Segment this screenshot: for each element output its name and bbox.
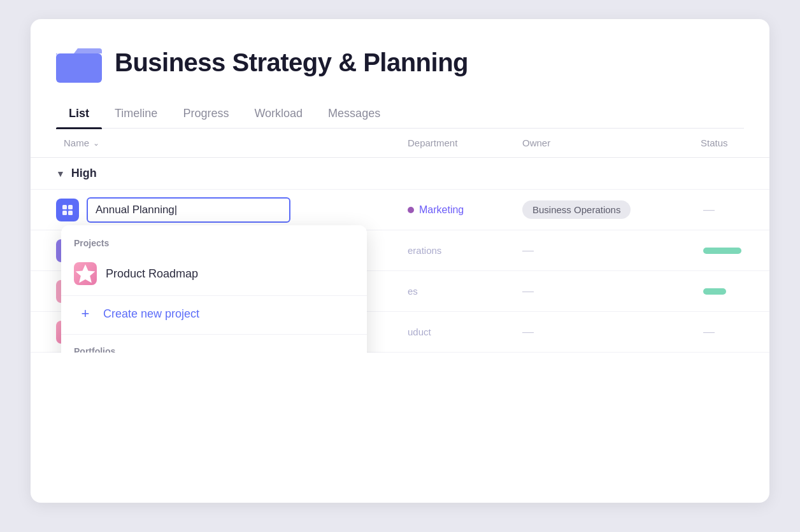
dept-cell: erations [400, 245, 515, 256]
table-header: Name ⌄ Department Owner Status [31, 129, 769, 158]
plus-icon: + [76, 305, 94, 323]
col-status: Status [693, 129, 769, 157]
owner-cell: — [515, 244, 693, 257]
group-high: ▼ High [31, 158, 769, 190]
tab-messages[interactable]: Messages [315, 101, 393, 128]
projects-section-label: Projects [61, 238, 367, 255]
col-department: Department [400, 129, 515, 157]
table: Name ⌄ Department Owner Status ▼ High [31, 129, 769, 353]
create-new-project-button[interactable]: + Create new project [61, 295, 367, 332]
tab-timeline[interactable]: Timeline [102, 101, 170, 128]
col-name: Name ⌄ [56, 129, 400, 157]
svg-rect-4 [68, 211, 73, 215]
status-bar [703, 288, 726, 295]
main-card: Business Strategy & Planning List Timeli… [31, 19, 769, 503]
owner-cell: Business Operations [515, 200, 693, 219]
page-title: Business Strategy & Planning [115, 48, 468, 77]
svg-marker-5 [76, 265, 96, 283]
title-row: Business Strategy & Planning [56, 42, 744, 83]
status-cell [693, 288, 769, 295]
project-dropdown: Projects Product Roadmap + Create new pr… [61, 225, 367, 353]
svg-rect-1 [62, 205, 67, 209]
portfolios-section-label: Portfolios [61, 346, 367, 353]
group-collapse-icon[interactable]: ▼ [56, 169, 65, 179]
tabs-nav: List Timeline Progress Workload Messages [56, 101, 744, 129]
tab-workload[interactable]: Workload [241, 101, 315, 128]
dropdown-item-label: Product Roadmap [106, 267, 198, 281]
table-row: Marketing Business Operations — Projects… [31, 190, 769, 230]
task-name-cell [56, 191, 400, 229]
divider [61, 334, 367, 335]
tab-progress[interactable]: Progress [170, 101, 241, 128]
status-cell [693, 248, 769, 254]
dept-cell: es [400, 286, 515, 297]
folder-icon [56, 42, 102, 83]
dropdown-item-product-roadmap[interactable]: Product Roadmap [61, 255, 367, 293]
owner-cell: — [515, 325, 693, 339]
svg-rect-2 [68, 205, 73, 209]
dept-cell: uduct [400, 326, 515, 337]
task-name-input[interactable] [87, 197, 290, 223]
portfolios-section: Portfolios GTM Strategy [61, 337, 367, 353]
status-bar [703, 248, 741, 254]
status-cell: — [693, 203, 769, 216]
task-icon-blue [56, 199, 79, 221]
create-project-label: Create new project [103, 307, 199, 321]
col-owner: Owner [515, 129, 693, 157]
dept-dot-icon [408, 207, 414, 213]
chevron-down-icon: ⌄ [93, 139, 99, 148]
header: Business Strategy & Planning List Timeli… [31, 19, 769, 129]
svg-rect-3 [62, 211, 67, 215]
tab-list[interactable]: List [56, 101, 102, 128]
status-cell: — [693, 325, 769, 339]
dept-cell: Marketing [400, 204, 515, 216]
svg-rect-0 [56, 53, 102, 83]
star-pink-icon [74, 262, 97, 285]
owner-cell: — [515, 284, 693, 298]
